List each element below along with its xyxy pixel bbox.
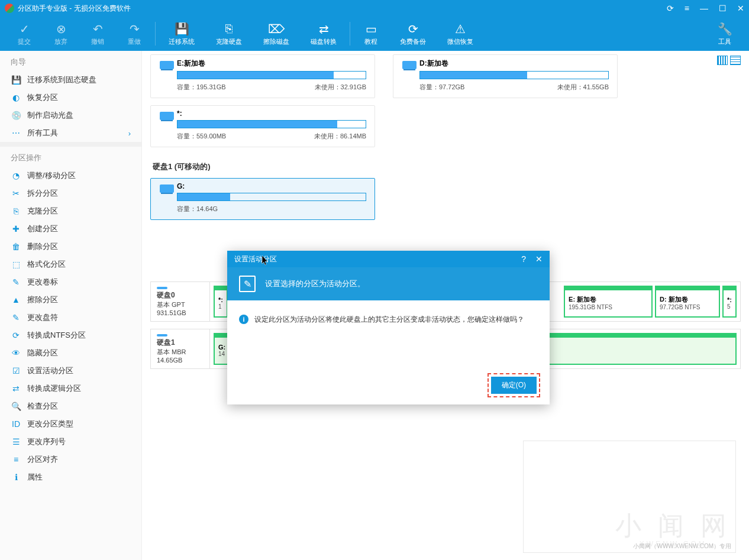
sidebar-label: 更改序列号 xyxy=(27,436,66,447)
partition-card-E:新加卷[interactable]: E:新加卷 容量：195.31GB未使用：32.91GB xyxy=(150,54,375,98)
info-icon: i xyxy=(239,315,248,324)
提交-icon: ✓ xyxy=(17,22,32,36)
toolbar-工具[interactable]: 🔧工具 xyxy=(706,20,743,48)
sidebar-item-删除分区[interactable]: 🗑删除分区 xyxy=(0,238,141,255)
sidebar-item-克隆分区[interactable]: ⎘克隆分区 xyxy=(0,202,141,220)
sidebar-item-恢复分区[interactable]: ◐恢复分区 xyxy=(0,89,141,106)
sidebar-label: 恢复分区 xyxy=(27,92,58,103)
教程-icon: ▭ xyxy=(363,22,379,36)
sidebar-item-更改序列号[interactable]: ☰更改序列号 xyxy=(0,433,141,451)
sidebar-item-更改卷标[interactable]: ✎更改卷标 xyxy=(0,273,141,291)
dialog-title: 设置活动分区 xyxy=(234,254,277,264)
capacity-label: 容量：559.00MB xyxy=(177,132,226,141)
sidebar-item-转换成NTFS分区[interactable]: ⟳转换成NTFS分区 xyxy=(0,326,141,344)
disk-part[interactable]: *:5 xyxy=(722,286,737,318)
toolbar-重做[interactable]: ↷重做 xyxy=(116,20,153,48)
sidebar-icon: ✚ xyxy=(11,224,21,234)
partition-name: *: xyxy=(177,109,366,118)
sidebar-icon: 👁 xyxy=(11,348,21,358)
drive-icon xyxy=(399,59,419,92)
sidebar-item-拆分分区[interactable]: ✂拆分分区 xyxy=(0,184,141,202)
sidebar-icon: 🗑 xyxy=(11,241,21,252)
partition-card-D:新加卷[interactable]: D:新加卷 容量：97.72GB未使用：41.55GB xyxy=(393,54,618,98)
minimize-icon[interactable]: — xyxy=(700,4,708,13)
sidebar-item-设置活动分区[interactable]: ☑设置活动分区 xyxy=(0,362,141,380)
微信恢复-icon: ⚠ xyxy=(453,22,468,36)
sidebar-label: 属性 xyxy=(27,472,43,483)
toolbar-label: 教程 xyxy=(364,37,377,46)
dialog-footer: 确定(O) xyxy=(227,366,550,404)
sidebar-icon: ✂ xyxy=(11,188,21,199)
watermark-border xyxy=(523,441,736,553)
app-title: 分区助手专业版 - 无损分区免费软件 xyxy=(18,4,131,14)
toolbar-放弃[interactable]: ⊗放弃 xyxy=(43,20,79,48)
ok-button[interactable]: 确定(O) xyxy=(491,377,537,394)
disk-part-e[interactable]: E: 新加卷195.31GB NTFS xyxy=(564,286,653,318)
sidebar-label: 更改盘符 xyxy=(27,312,58,323)
grid-view-icon[interactable] xyxy=(717,56,728,65)
sidebar-item-迁移系统到固态硬盘[interactable]: 💾迁移系统到固态硬盘 xyxy=(0,71,141,89)
sidebar-item-所有工具[interactable]: ⋯所有工具› xyxy=(0,124,141,142)
sidebar-item-检查分区[interactable]: 🔍检查分区 xyxy=(0,397,141,415)
sidebar-item-转换成逻辑分区[interactable]: ⇄转换成逻辑分区 xyxy=(0,380,141,397)
sidebar-item-更改盘符[interactable]: ✎更改盘符 xyxy=(0,309,141,326)
dialog-close-icon[interactable]: ✕ xyxy=(535,254,543,264)
list-view-icon[interactable] xyxy=(730,56,741,65)
sidebar-item-更改分区类型[interactable]: ID更改分区类型 xyxy=(0,415,141,433)
disk-part-d[interactable]: D: 新加卷97.72GB NTFS xyxy=(655,286,720,318)
toolbar-免费备份[interactable]: ⟳免费备份 xyxy=(389,20,437,48)
sidebar-item-擦除分区[interactable]: ▲擦除分区 xyxy=(0,291,141,309)
partition-card-G:[interactable]: G: 容量：14.64G xyxy=(150,178,375,220)
toolbar-磁盘转换[interactable]: ⇄磁盘转换 xyxy=(300,20,347,48)
sidebar-item-属性[interactable]: ℹ属性 xyxy=(0,468,141,486)
toolbar-撤销[interactable]: ↶撤销 xyxy=(79,20,116,48)
sidebar-item-格式化分区[interactable]: ⬚格式化分区 xyxy=(0,255,141,273)
toolbar-label: 重做 xyxy=(128,37,141,46)
sidebar-label: 删除分区 xyxy=(27,241,58,252)
toolbar-克隆硬盘[interactable]: ⎘克隆硬盘 xyxy=(205,20,253,48)
ok-highlight: 确定(O) xyxy=(488,373,540,397)
sidebar-icon: 💿 xyxy=(11,110,21,121)
dialog-body: i 设定此分区为活动分区将使此硬盘上的其它主分区变成非活动状态，您确定这样做吗？ xyxy=(227,300,550,366)
window-controls: ⟳ ≡ — ☐ ✕ xyxy=(667,4,744,13)
sidebar-ops-header: 分区操作 xyxy=(0,147,141,167)
dialog-help-icon[interactable]: ? xyxy=(521,254,526,264)
toolbar-教程[interactable]: ▭教程 xyxy=(353,20,389,48)
menu-icon[interactable]: ≡ xyxy=(685,4,689,13)
disk-part[interactable]: *:1 xyxy=(214,286,228,318)
克隆硬盘-icon: ⎘ xyxy=(221,22,237,36)
sidebar-label: 擦除分区 xyxy=(27,294,58,305)
dialog-banner-icon: ✎ xyxy=(239,276,256,292)
sidebar-icon: ⋯ xyxy=(11,128,21,138)
maximize-icon[interactable]: ☐ xyxy=(719,4,727,13)
sidebar-item-隐藏分区[interactable]: 👁隐藏分区 xyxy=(0,344,141,362)
toolbar-label: 撤销 xyxy=(91,37,104,46)
迁移系统-icon: 💾 xyxy=(174,22,189,36)
close-icon[interactable]: ✕ xyxy=(737,4,744,13)
capacity-label: 容量：195.31GB xyxy=(177,83,226,92)
toolbar-label: 擦除磁盘 xyxy=(263,37,289,46)
toolbar-提交[interactable]: ✓提交 xyxy=(6,20,43,48)
dialog-set-active: 设置活动分区 ? ✕ ✎ 设置选择的分区为活动分区。 i 设定此分区为活动分区将… xyxy=(227,251,550,404)
sidebar-divider xyxy=(0,142,141,147)
usage-bar xyxy=(419,71,609,79)
refresh-icon[interactable]: ⟳ xyxy=(667,4,674,13)
toolbar-擦除磁盘[interactable]: ⌦擦除磁盘 xyxy=(253,20,300,48)
toolbar-迁移系统[interactable]: 💾迁移系统 xyxy=(158,20,205,48)
toolbar-微信恢复[interactable]: ⚠微信恢复 xyxy=(437,20,484,48)
sidebar-label: 设置活动分区 xyxy=(27,365,73,376)
disk1-header: 硬盘1 (可移动的) xyxy=(153,161,741,172)
sidebar-item-调整/移动分区[interactable]: ◔调整/移动分区 xyxy=(0,167,141,184)
sidebar-icon: ◐ xyxy=(11,92,21,103)
chevron-right-icon: › xyxy=(128,129,131,138)
sidebar-label: 隐藏分区 xyxy=(27,348,58,358)
sidebar-label: 检查分区 xyxy=(27,401,58,412)
toolbar-label: 微信恢复 xyxy=(447,37,473,46)
partition-card-*:[interactable]: *: 容量：559.00MB未使用：86.14MB xyxy=(150,105,375,147)
sidebar-item-创建分区[interactable]: ✚创建分区 xyxy=(0,220,141,238)
sidebar-label: 格式化分区 xyxy=(27,259,66,270)
sidebar-item-制作启动光盘[interactable]: 💿制作启动光盘 xyxy=(0,106,141,124)
sidebar-item-分区对齐[interactable]: ≡分区对齐 xyxy=(0,451,141,468)
disk-info: 硬盘0基本 GPT931.51GB xyxy=(151,282,210,321)
sidebar-icon: ✎ xyxy=(11,312,21,323)
